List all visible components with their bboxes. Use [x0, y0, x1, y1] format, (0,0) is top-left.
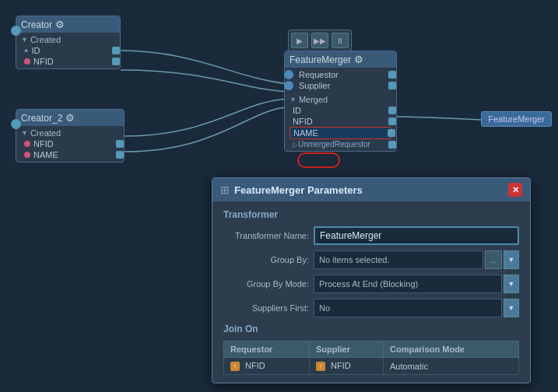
creator-title: Creator — [21, 19, 52, 30]
toolbar-play-btn[interactable]: ▶ — [291, 33, 308, 48]
fm-merged-label: ▼ Merged — [290, 94, 391, 105]
dialog-title: FeatureMerger Parameters — [234, 184, 504, 196]
output-label: FeatureMerger — [481, 111, 552, 127]
featuremerger-node: FeatureMerger ⚙ Requestor Supplier ▼ Mer… — [284, 51, 397, 152]
group-by-mode-label: Group By Mode: — [223, 279, 309, 289]
name-highlight-circle — [297, 152, 340, 168]
group-by-select-container: No items selected. ... ▼ — [314, 250, 519, 269]
dialog-titlebar: ⊞ FeatureMerger Parameters ✕ — [212, 178, 530, 201]
fm-requestor-port: Requestor — [290, 69, 391, 80]
group-by-mode-container: Process At End (Blocking) ▼ — [314, 275, 519, 293]
creator-gear-icon[interactable]: ⚙ — [55, 19, 65, 30]
join-table: Requestor Supplier Comparison Mode ↑ NFI… — [223, 341, 519, 375]
dialog-body: Transformer Transformer Name: Group By: … — [212, 201, 530, 383]
creator2-section-label: ▼ Created — [21, 128, 119, 138]
transformer-name-label: Transformer Name: — [223, 231, 309, 240]
join-table-header-row: Requestor Supplier Comparison Mode — [224, 341, 519, 358]
fm-unmerged: ▷ UnmergedRequestor — [290, 139, 391, 149]
dialog-title-icon: ⊞ — [220, 184, 230, 196]
creator-port-nfid: NFID — [21, 56, 115, 67]
suppliers-first-dropdown-btn[interactable]: ▼ — [504, 299, 519, 317]
creator-node: Creator ⚙ ▼ Created ● ID NFID — [16, 16, 121, 69]
join-table-row[interactable]: ↑ NFID ↑ NFID Automatic — [224, 358, 519, 375]
join-requestor-icon: ↑ — [230, 362, 240, 371]
fm-merged-id: ID — [290, 105, 391, 116]
dialog-close-button[interactable]: ✕ — [508, 183, 522, 197]
creator-node-header: Creator ⚙ — [16, 16, 120, 33]
fm-merged-nfid: NFID — [290, 116, 391, 127]
creator2-node-header: Creator_2 ⚙ — [16, 110, 124, 126]
transformer-section-label: Transformer — [223, 209, 519, 220]
group-by-browse-btn[interactable]: ... — [485, 250, 502, 269]
output-label-text: FeatureMerger — [488, 114, 545, 124]
featuremerger-header: FeatureMerger ⚙ — [285, 51, 396, 68]
creator2-port-name: NAME — [21, 149, 119, 160]
toolbar-pause-btn[interactable]: ⏸ — [332, 33, 349, 48]
creator2-gear-icon[interactable]: ⚙ — [65, 112, 75, 124]
suppliers-first-label: Suppliers First: — [223, 303, 309, 313]
group-by-select[interactable]: No items selected. — [314, 250, 483, 269]
join-supplier-cell: ↑ NFID — [309, 358, 383, 375]
creator-section: ▼ Created ● ID NFID — [16, 33, 120, 68]
featuremerger-dialog: ⊞ FeatureMerger Parameters ✕ Transformer… — [212, 177, 531, 383]
join-on-section: Join On Requestor Supplier Comparison Mo… — [223, 324, 519, 375]
canvas: ▶ ▶▶ ⏸ Creator ⚙ ▼ Created ● ID NFID — [0, 0, 558, 392]
toolbar-skip-btn[interactable]: ▶▶ — [311, 33, 328, 48]
fm-supplier-port: Supplier — [290, 80, 391, 91]
group-by-dropdown-btn[interactable]: ▼ — [504, 250, 519, 269]
featuremerger-gear-icon[interactable]: ⚙ — [354, 54, 363, 65]
group-by-mode-select[interactable]: Process At End (Blocking) — [314, 275, 502, 293]
group-by-mode-row: Group By Mode: Process At End (Blocking)… — [223, 275, 519, 293]
join-requestor-cell: ↑ NFID — [224, 358, 310, 375]
transformer-name-row: Transformer Name: — [223, 226, 519, 245]
featuremerger-title: FeatureMerger — [290, 54, 351, 65]
creator2-title: Creator_2 — [21, 113, 62, 124]
join-header-supplier: Supplier — [309, 341, 383, 358]
join-comparison-cell: Automatic — [384, 358, 519, 375]
transformer-name-input[interactable] — [314, 226, 519, 245]
creator-port-id: ● ID — [21, 45, 115, 56]
featuremerger-merged-section: ▼ Merged ID NFID NAME ▷ UnmergedRequesto… — [285, 93, 396, 151]
featuremerger-requestor: Requestor Supplier — [285, 68, 396, 93]
suppliers-first-row: Suppliers First: No ▼ — [223, 299, 519, 317]
group-by-mode-dropdown-btn[interactable]: ▼ — [504, 275, 519, 293]
join-header-requestor: Requestor — [224, 341, 310, 358]
suppliers-first-select[interactable]: No — [314, 299, 502, 317]
suppliers-first-container: No ▼ — [314, 299, 519, 317]
join-header-comparison: Comparison Mode — [384, 341, 519, 358]
creator2-port-nfid: NFID — [21, 138, 119, 149]
join-on-label: Join On — [223, 324, 519, 334]
creator-section-label: ▼ Created — [21, 34, 115, 45]
join-supplier-icon: ↑ — [316, 362, 325, 371]
fm-merged-name: NAME — [290, 127, 391, 139]
group-by-row: Group By: No items selected. ... ▼ — [223, 250, 519, 269]
group-by-label: Group By: — [223, 255, 309, 264]
toolbar: ▶ ▶▶ ⏸ — [288, 30, 352, 51]
creator2-node: Creator_2 ⚙ ▼ Created NFID NAME — [16, 109, 125, 163]
creator2-section: ▼ Created NFID NAME — [16, 126, 124, 162]
